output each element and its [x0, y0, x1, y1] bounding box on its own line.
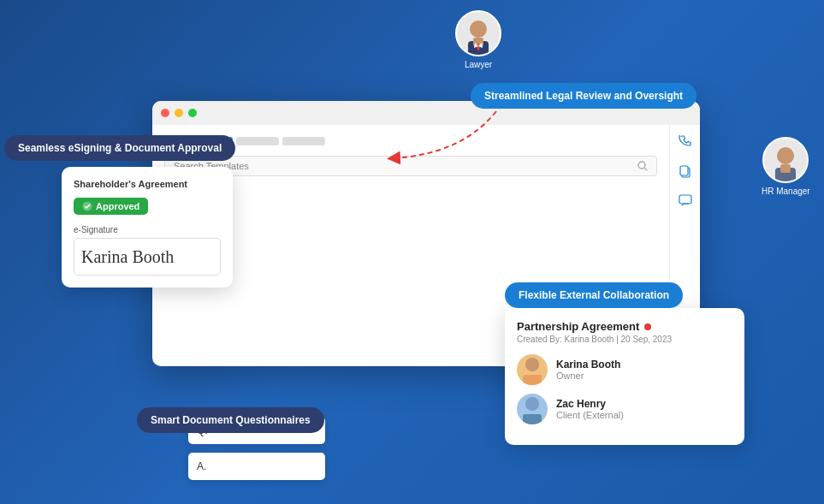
collab-user-1-role: Owner [556, 371, 620, 381]
hr-avatar-circle [762, 137, 809, 183]
collab-meta: Created By: Karina Booth | 20 Sep, 2023 [517, 335, 732, 344]
a-input[interactable]: A. [188, 453, 325, 480]
badge-collab: Flexible External Collaboration [505, 282, 683, 308]
collab-avatar-zac [517, 394, 548, 424]
badge-esign-text: Seamless eSigning & Document Approval [18, 142, 222, 154]
collab-title-text: Partnership Agreement [517, 320, 639, 333]
collab-user-1-name: Karina Booth [556, 359, 620, 371]
esign-card: Shareholder's Agreement Approved e-Signa… [62, 167, 233, 288]
a-label: A. [197, 460, 206, 472]
collab-user-2-name: Zac Henry [556, 398, 624, 410]
signature-display: Karina Booth [74, 238, 221, 276]
collab-user-2-role: Client (External) [556, 410, 624, 420]
nav-tab-1 [236, 137, 279, 145]
svg-point-9 [638, 162, 645, 169]
esign-doc-title: Shareholder's Agreement [74, 179, 221, 189]
signature-text: Karina Booth [81, 247, 174, 267]
copy-icon [677, 163, 694, 180]
svg-point-6 [777, 147, 794, 164]
dot-red [161, 109, 169, 117]
dot-yellow [175, 109, 183, 117]
svg-line-10 [645, 169, 648, 171]
search-icon [637, 161, 648, 171]
phone-icon [677, 133, 694, 151]
badge-esign: Seamless eSigning & Document Approval [4, 135, 235, 161]
svg-rect-26 [523, 414, 542, 424]
lawyer-label: Lawyer [465, 60, 492, 69]
lawyer-avatar-circle [455, 10, 501, 56]
lawyer-avatar: Lawyer [455, 10, 501, 69]
collab-card: Partnership Agreement Created By: Karina… [505, 308, 744, 445]
collab-card-title: Partnership Agreement [517, 320, 732, 333]
template-row [164, 188, 657, 209]
nav-tab-2 [282, 137, 325, 145]
browser-nav [164, 137, 657, 145]
collab-user-1: Karina Booth Owner [517, 354, 732, 385]
esign-section-title: e-Signature [74, 225, 221, 234]
svg-rect-24 [523, 375, 542, 385]
check-icon [82, 201, 92, 211]
hr-label: HR Manager [762, 187, 810, 196]
badge-questionnaire-text: Smart Document Questionnaires [151, 414, 311, 426]
svg-rect-20 [680, 166, 688, 175]
collab-user-2-info: Zac Henry Client (External) [556, 398, 624, 420]
badge-legal: Streamlined Legal Review and Oversight [471, 83, 697, 109]
svg-rect-8 [780, 164, 791, 173]
collab-avatar-karina [517, 354, 548, 385]
collab-user-1-info: Karina Booth Owner [556, 359, 620, 381]
search-placeholder: Search Templates [174, 161, 637, 171]
chat-icon [677, 192, 694, 209]
red-dot [644, 323, 651, 330]
collab-user-2: Zac Henry Client (External) [517, 394, 732, 424]
hr-avatar: HR Manager [762, 137, 810, 196]
badge-collab-text: Flexible External Collaboration [519, 289, 669, 301]
svg-rect-21 [679, 195, 691, 204]
badge-legal-text: Streamlined Legal Review and Oversight [484, 90, 683, 102]
approved-label: Approved [96, 201, 139, 211]
search-bar[interactable]: Search Templates [164, 156, 657, 176]
approved-badge: Approved [74, 198, 148, 215]
svg-point-23 [525, 358, 539, 371]
svg-point-0 [470, 21, 487, 38]
dot-green [188, 109, 197, 117]
svg-point-25 [525, 397, 539, 411]
badge-questionnaire: Smart Document Questionnaires [137, 407, 324, 433]
